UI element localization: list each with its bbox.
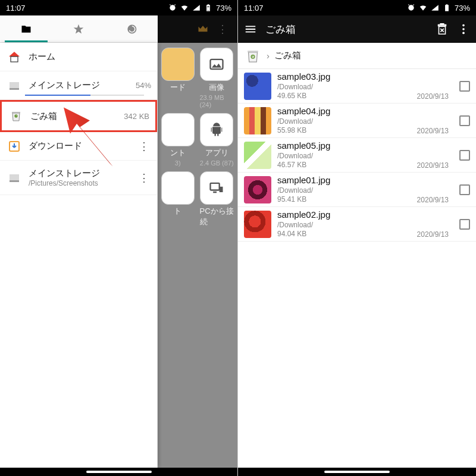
battery-icon [443, 4, 451, 12]
list-item[interactable]: sample03.jpg/Download/49.65 KB 2020/9/13 [238, 69, 476, 104]
sidebar-tabs [0, 15, 158, 43]
more-icon[interactable]: ⋮ [137, 171, 151, 184]
android-icon [208, 121, 225, 138]
wifi-icon [419, 4, 427, 12]
storage-usage-bar [25, 95, 90, 96]
annotation-arrow [51, 104, 116, 172]
sidebar-item-label: メインストレージ [29, 80, 130, 91]
breadcrumb[interactable]: › ごみ箱 [238, 43, 476, 69]
file-path: /Download/ [277, 117, 411, 126]
delete-icon[interactable] [436, 23, 449, 36]
file-name: sample02.jpg [277, 209, 411, 221]
svg-point-10 [462, 28, 465, 30]
svg-rect-3 [11, 57, 18, 62]
bg-tile-media: ード [161, 48, 195, 108]
sidebar-item-storage[interactable]: メインストレージ 54% [0, 71, 157, 100]
more-icon: ⋮ [217, 23, 228, 36]
status-bar: 11:07 73% [238, 0, 476, 15]
sidebar-item-meta: 342 KB [124, 112, 149, 121]
checkbox[interactable] [459, 81, 470, 92]
download-icon [6, 138, 23, 155]
breadcrumb-label: ごみ箱 [274, 50, 301, 61]
svg-rect-4 [10, 82, 19, 88]
bg-tile-images: 画像23.9 MB (24) [200, 48, 234, 108]
star-icon [73, 23, 84, 35]
thumbnail [244, 176, 271, 203]
sidebar-item-meta: 54% [136, 81, 151, 90]
file-name: sample05.jpg [277, 140, 411, 152]
file-path: /Download/ [277, 83, 411, 92]
file-name: sample04.jpg [277, 106, 411, 117]
background-appbar: ⋮ [157, 15, 237, 43]
file-date: 2020/9/13 [417, 161, 449, 172]
svg-rect-8 [10, 180, 19, 182]
more-icon[interactable] [457, 23, 470, 36]
home-icon [6, 49, 23, 65]
checkbox[interactable] [459, 184, 470, 195]
status-icons: 73% [407, 4, 470, 12]
battery-icon [204, 4, 212, 12]
file-name: sample01.jpg [277, 175, 411, 186]
crown-icon [197, 23, 209, 35]
bg-tile-pc: PCから接続 [200, 171, 234, 227]
list-item[interactable]: sample01.jpg/Download/95.41 KB 2020/9/13 [238, 173, 476, 207]
sidebar-item-sub: /Pictures/Screenshots [29, 179, 131, 187]
file-path: /Download/ [277, 186, 411, 195]
thumbnail [244, 142, 271, 169]
thumbnail [244, 107, 271, 134]
file-date: 2020/9/13 [417, 127, 449, 137]
background-grid: ード 画像23.9 MB (24) ント3) アプリ2.4 GB (87) ト … [157, 43, 237, 468]
svg-rect-5 [10, 88, 19, 90]
file-list: sample03.jpg/Download/49.65 KB 2020/9/13… [238, 69, 476, 268]
file-size: 55.98 KB [277, 126, 411, 135]
svg-point-9 [462, 24, 465, 27]
svg-rect-7 [10, 174, 19, 180]
list-item[interactable]: sample04.jpg/Download/55.98 KB 2020/9/13 [238, 104, 476, 138]
thumbnail [244, 73, 271, 100]
image-icon [208, 56, 225, 73]
sidebar-item-label: ホーム [29, 51, 151, 62]
tab-history[interactable] [105, 15, 158, 42]
file-date: 2020/9/13 [417, 92, 449, 103]
bg-tile-other: ト [161, 171, 195, 227]
status-time: 11:07 [6, 4, 26, 12]
status-bar: 11:07 73% [0, 0, 237, 15]
signal-icon [431, 4, 439, 12]
pc-connect-icon [208, 180, 225, 196]
file-size: 95.41 KB [277, 195, 411, 204]
menu-icon[interactable] [244, 23, 257, 36]
list-item[interactable]: sample02.jpg/Download/94.04 KB 2020/9/13 [238, 207, 476, 242]
signal-icon [192, 4, 201, 12]
svg-point-11 [462, 32, 465, 35]
status-icons: 73% [168, 4, 231, 12]
svg-rect-2 [211, 183, 220, 190]
file-path: /Download/ [277, 221, 411, 230]
sidebar-item-home[interactable]: ホーム [0, 43, 157, 71]
nav-bar [0, 468, 237, 476]
nav-bar [238, 468, 476, 476]
folder-icon [20, 23, 32, 35]
checkbox[interactable] [459, 219, 470, 230]
file-size: 49.65 KB [277, 92, 411, 101]
tab-favorites[interactable] [52, 15, 105, 42]
file-date: 2020/9/13 [417, 230, 449, 241]
right-screenshot: 11:07 73% ごみ箱 › ごみ箱 sample03.jpg/Downlo [238, 0, 476, 476]
bg-tile-apps: アプリ2.4 GB (87) [200, 113, 234, 167]
wifi-icon [180, 4, 189, 12]
list-item[interactable]: sample05.jpg/Download/46.57 KB 2020/9/13 [238, 138, 476, 173]
history-icon [126, 23, 137, 35]
checkbox[interactable] [459, 150, 470, 161]
trash-icon [8, 108, 24, 124]
file-date: 2020/9/13 [417, 196, 449, 206]
storage-icon [6, 170, 23, 186]
page-title: ごみ箱 [265, 23, 427, 36]
storage-icon [6, 77, 23, 94]
file-size: 94.04 KB [277, 230, 411, 239]
alarm-icon [168, 4, 177, 12]
file-path: /Download/ [277, 152, 411, 161]
bg-tile-docs: ント3) [161, 113, 195, 167]
trash-icon [244, 47, 262, 65]
checkbox[interactable] [459, 115, 470, 126]
more-icon[interactable]: ⋮ [137, 140, 151, 153]
tab-folder[interactable] [0, 15, 52, 42]
